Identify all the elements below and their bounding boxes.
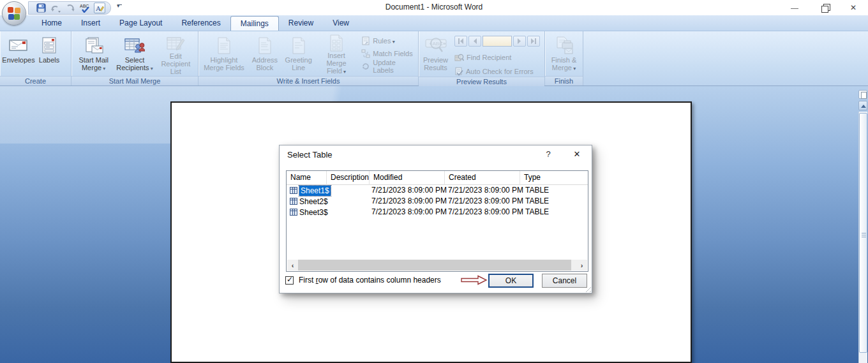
vertical-scrollbar [858, 88, 868, 363]
created-value: 7/21/2023 8:09:00 PM [448, 185, 523, 196]
office-button[interactable] [2, 1, 26, 26]
table-name[interactable]: Sheet1$ [299, 186, 331, 196]
column-header-modified[interactable]: Modified [370, 171, 445, 185]
scrollbar-thumb[interactable] [859, 113, 867, 353]
tab-page-layout[interactable]: Page Layout [110, 15, 172, 31]
dialog-titlebar[interactable]: Select Table ? ✕ [280, 145, 592, 165]
column-header-description[interactable]: Description [327, 171, 370, 185]
labels-icon [41, 34, 57, 56]
group-label-preview-results: Preview Results [419, 77, 544, 86]
repeat-button[interactable] [64, 3, 76, 13]
table-list[interactable]: Name Description Modified Created Type S… [286, 170, 588, 272]
repeat-icon [66, 4, 75, 13]
select-recipients-icon [124, 34, 145, 56]
edit-recipient-list-button: Edit Recipient List [156, 33, 196, 75]
type-value: TABLE [525, 185, 549, 196]
record-navigation [454, 36, 540, 47]
ok-button[interactable]: OK [488, 274, 534, 288]
tab-home[interactable]: Home [32, 15, 71, 31]
tab-review[interactable]: Review [279, 15, 323, 31]
last-record-button [527, 36, 540, 47]
greeting-line-button: Greeting Line [282, 33, 315, 75]
find-recipient-button: Find Recipient [454, 52, 540, 63]
address-block-label: Address Block [252, 56, 278, 71]
type-value: TABLE [525, 207, 549, 218]
first-row-headers-label: First row of data contains column header… [299, 276, 441, 285]
find-recipient-label: Find Recipient [467, 54, 511, 61]
preview-results-label: Preview Results [423, 56, 448, 71]
save-button[interactable] [35, 3, 47, 13]
table-row[interactable]: Sheet3$ 7/21/2023 8:09:00 PM 7/21/2023 8… [287, 207, 588, 218]
modified-value: 7/21/2023 8:09:00 PM [371, 207, 447, 218]
hscrollbar-thumb[interactable] [298, 260, 571, 270]
table-row[interactable]: Sheet2$ 7/21/2023 8:09:00 PM 7/21/2023 8… [287, 196, 588, 207]
svg-text:A: A [96, 4, 101, 12]
edit-recipient-list-label: Edit Recipient List [158, 52, 194, 75]
column-header-type[interactable]: Type [520, 171, 588, 185]
dialog-help-button[interactable]: ? [542, 149, 555, 161]
start-mail-merge-button[interactable]: Start Mail Merge [73, 33, 114, 75]
rules-icon [361, 36, 370, 45]
tab-references[interactable]: References [172, 15, 230, 31]
tab-mailings[interactable]: Mailings [230, 16, 279, 31]
close-button[interactable] [839, 0, 868, 15]
horizontal-scrollbar[interactable]: ‹ › [287, 260, 587, 270]
address-block-icon [258, 34, 272, 56]
group-start-mail-merge: Start Mail Merge Select Recipients Edit … [71, 31, 198, 85]
ruler-toggle-button[interactable] [858, 90, 867, 99]
first-record-button [454, 36, 467, 47]
first-row-headers-checkbox[interactable] [285, 276, 294, 285]
match-fields-button: Match Fields [361, 48, 414, 59]
scroll-up-button[interactable] [858, 101, 867, 110]
quick-access-toolbar: ABC A [28, 1, 111, 15]
start-mail-merge-icon [84, 34, 103, 56]
tab-view[interactable]: View [323, 15, 359, 31]
created-value: 7/21/2023 8:09:00 PM [448, 207, 523, 218]
match-fields-label: Match Fields [373, 50, 412, 57]
scroll-left-button[interactable]: ‹ [287, 260, 298, 270]
group-finish: Finish & Merge Finish [545, 31, 583, 85]
column-header-name[interactable]: Name [287, 171, 327, 185]
auto-check-errors-button: Auto Check for Errors [454, 66, 540, 77]
labels-button[interactable]: Labels [35, 33, 63, 75]
modified-value: 7/21/2023 8:09:00 PM [371, 196, 447, 207]
insert-merge-field-label: Insert Merge Field [317, 52, 356, 76]
preview-results-button: «ABC» Preview Results [421, 33, 451, 75]
rules-button: Rules [361, 36, 414, 46]
previous-record-button [468, 36, 481, 47]
scrollbar-track[interactable] [858, 112, 867, 363]
cancel-button[interactable]: Cancel [542, 274, 587, 288]
style-button[interactable]: A [94, 3, 105, 13]
select-recipients-button[interactable]: Select Recipients [114, 33, 155, 75]
scroll-right-button[interactable]: › [576, 260, 587, 270]
labels-label: Labels [39, 56, 59, 64]
undo-button[interactable] [50, 3, 61, 13]
highlight-merge-fields-label: Highlight Merge Fields [204, 56, 244, 71]
finish-merge-icon [555, 34, 574, 56]
start-mail-merge-label: Start Mail Merge [79, 56, 108, 73]
table-row[interactable]: Sheet1$ 7/21/2023 8:09:00 PM 7/21/2023 8… [287, 185, 588, 196]
edit-recipient-list-icon [166, 34, 185, 52]
ribbon-tab-row: Home Insert Page Layout References Maili… [0, 15, 868, 31]
update-labels-label: Update Labels [373, 59, 414, 74]
rules-label: Rules [373, 37, 394, 45]
spelling-button[interactable]: ABC [79, 3, 91, 13]
minimize-button[interactable] [780, 0, 809, 15]
customize-qat-button[interactable] [116, 4, 124, 11]
table-icon [290, 198, 297, 205]
group-write-insert-fields: Highlight Merge Fields Address Block Gre… [198, 31, 419, 85]
dialog-close-button[interactable]: ✕ [570, 149, 584, 161]
group-create: Envelopes Labels Create [0, 31, 71, 85]
greeting-line-icon [292, 34, 306, 56]
window-controls [780, 0, 868, 15]
table-icon [290, 187, 297, 194]
finish-merge-label: Finish & Merge [551, 56, 577, 73]
column-header-created[interactable]: Created [445, 171, 520, 185]
envelopes-button[interactable]: Envelopes [2, 33, 35, 75]
table-name[interactable]: Sheet2$ [299, 196, 328, 207]
table-name[interactable]: Sheet3$ [299, 207, 328, 218]
tab-insert[interactable]: Insert [71, 15, 110, 31]
titlebar: Document1 - Microsoft Word [0, 0, 868, 15]
restore-button[interactable] [809, 0, 839, 15]
font-style-icon: A [95, 4, 104, 13]
